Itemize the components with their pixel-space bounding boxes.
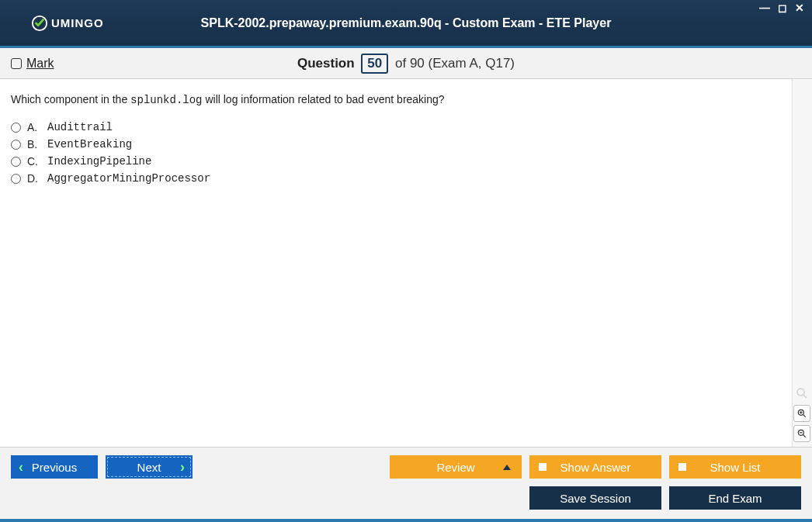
question-header: Mark Question 50 of 90 (Exam A, Q17) <box>0 48 812 79</box>
footer-toolbar: Previous Next Review Show Answer Show Li… <box>0 447 812 519</box>
mark-control[interactable]: Mark <box>11 57 54 71</box>
save-session-button[interactable]: Save Session <box>529 486 661 510</box>
mark-label[interactable]: Mark <box>26 57 54 71</box>
svg-point-1 <box>797 389 804 396</box>
title-bar: UMINGO SPLK-2002.prepaway.premium.exam.9… <box>0 0 812 48</box>
close-button[interactable]: ✕ <box>793 2 806 14</box>
option-c[interactable]: C. IndexingPipeline <box>11 155 781 168</box>
show-list-label: Show List <box>710 461 760 474</box>
button-row-2: Save Session End Exam <box>11 486 801 510</box>
option-letter: C. <box>27 155 41 168</box>
minimize-button[interactable]: — <box>758 2 772 14</box>
option-letter: A. <box>27 121 41 133</box>
radio-icon[interactable] <box>11 174 21 184</box>
svg-line-2 <box>803 395 807 398</box>
question-number-display: Question 50 of 90 (Exam A, Q17) <box>0 54 812 74</box>
radio-icon[interactable] <box>11 140 21 150</box>
question-number: 50 <box>361 54 388 74</box>
question-content: Which component in the splunkd.log will … <box>0 79 792 447</box>
option-value: IndexingPipeline <box>47 155 151 168</box>
options-list: A. Audittrail B. EventBreaking C. Indexi… <box>11 121 781 185</box>
previous-button[interactable]: Previous <box>11 455 98 479</box>
option-value: Audittrail <box>47 121 113 133</box>
review-button[interactable]: Review <box>390 455 522 479</box>
window-title: SPLK-2002.prepaway.premium.exam.90q - Cu… <box>0 16 812 30</box>
option-a[interactable]: A. Audittrail <box>11 121 781 133</box>
window-controls: — ◻ ✕ <box>758 2 806 14</box>
question-of-text: of 90 (Exam A, Q17) <box>395 56 515 71</box>
next-button[interactable]: Next <box>106 455 193 479</box>
bottom-accent-line <box>0 519 812 522</box>
question-text: Which component in the splunkd.log will … <box>11 92 781 109</box>
show-answer-button[interactable]: Show Answer <box>529 455 661 479</box>
button-row-1: Previous Next Review Show Answer Show Li… <box>11 455 801 479</box>
svg-line-8 <box>803 435 806 437</box>
show-list-button[interactable]: Show List <box>669 455 801 479</box>
question-code: splunkd.log <box>130 94 202 106</box>
radio-icon[interactable] <box>11 123 21 133</box>
zoom-in-button[interactable] <box>793 405 810 422</box>
zoom-tools <box>793 385 810 442</box>
mark-checkbox[interactable] <box>11 58 22 69</box>
question-text-after: will log information related to bad even… <box>203 93 445 105</box>
maximize-button[interactable]: ◻ <box>776 2 789 14</box>
search-icon[interactable] <box>793 385 810 402</box>
option-letter: D. <box>27 172 41 185</box>
scroll-column <box>792 79 812 447</box>
stop-icon <box>539 463 547 471</box>
option-d[interactable]: D. AggregatorMiningProcessor <box>11 172 781 185</box>
app-window: UMINGO SPLK-2002.prepaway.premium.exam.9… <box>0 0 812 522</box>
svg-line-4 <box>803 415 806 417</box>
option-value: AggregatorMiningProcessor <box>47 172 210 185</box>
radio-icon[interactable] <box>11 157 21 167</box>
question-word: Question <box>297 56 355 71</box>
option-value: EventBreaking <box>47 138 132 150</box>
end-exam-button[interactable]: End Exam <box>669 486 801 510</box>
show-answer-label: Show Answer <box>560 461 631 474</box>
option-letter: B. <box>27 138 41 150</box>
content-wrap: Which component in the splunkd.log will … <box>0 79 812 447</box>
stop-icon <box>678 463 686 471</box>
question-text-before: Which component in the <box>11 93 130 105</box>
option-b[interactable]: B. EventBreaking <box>11 138 781 150</box>
zoom-out-button[interactable] <box>793 425 810 442</box>
